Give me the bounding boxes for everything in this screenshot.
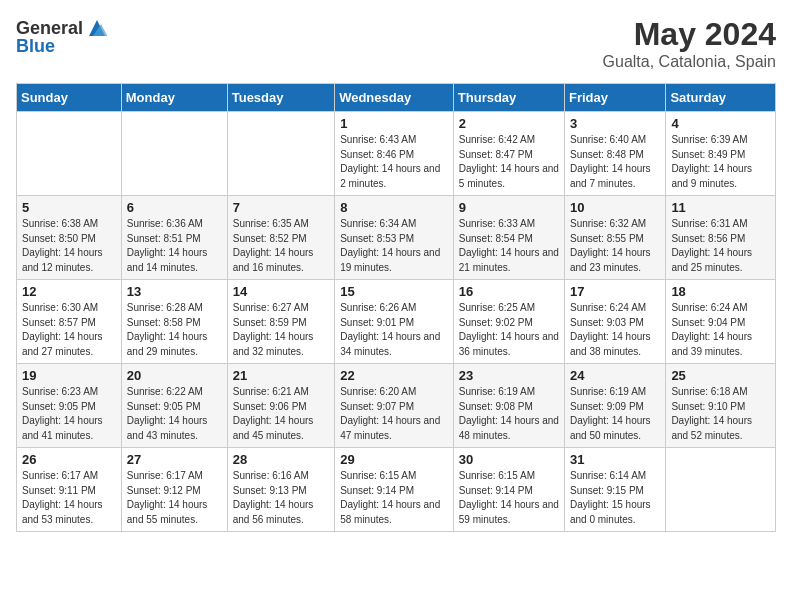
calendar-cell: 13Sunrise: 6:28 AMSunset: 8:58 PMDayligh… (121, 280, 227, 364)
calendar-cell: 15Sunrise: 6:26 AMSunset: 9:01 PMDayligh… (335, 280, 454, 364)
day-info: Sunrise: 6:26 AMSunset: 9:01 PMDaylight:… (340, 301, 448, 359)
weekday-header: Friday (564, 84, 665, 112)
day-info: Sunrise: 6:32 AMSunset: 8:55 PMDaylight:… (570, 217, 660, 275)
day-info: Sunrise: 6:34 AMSunset: 8:53 PMDaylight:… (340, 217, 448, 275)
day-number: 11 (671, 200, 770, 215)
weekday-header: Sunday (17, 84, 122, 112)
day-info: Sunrise: 6:43 AMSunset: 8:46 PMDaylight:… (340, 133, 448, 191)
day-info: Sunrise: 6:27 AMSunset: 8:59 PMDaylight:… (233, 301, 329, 359)
calendar-week-row: 19Sunrise: 6:23 AMSunset: 9:05 PMDayligh… (17, 364, 776, 448)
calendar-cell: 5Sunrise: 6:38 AMSunset: 8:50 PMDaylight… (17, 196, 122, 280)
calendar-cell: 12Sunrise: 6:30 AMSunset: 8:57 PMDayligh… (17, 280, 122, 364)
logo-icon (85, 16, 109, 40)
calendar-header-row: SundayMondayTuesdayWednesdayThursdayFrid… (17, 84, 776, 112)
calendar-cell: 14Sunrise: 6:27 AMSunset: 8:59 PMDayligh… (227, 280, 334, 364)
day-number: 3 (570, 116, 660, 131)
day-info: Sunrise: 6:33 AMSunset: 8:54 PMDaylight:… (459, 217, 559, 275)
day-number: 10 (570, 200, 660, 215)
day-number: 24 (570, 368, 660, 383)
day-number: 25 (671, 368, 770, 383)
calendar-cell: 29Sunrise: 6:15 AMSunset: 9:14 PMDayligh… (335, 448, 454, 532)
day-info: Sunrise: 6:38 AMSunset: 8:50 PMDaylight:… (22, 217, 116, 275)
page-header: General Blue May 2024 Gualta, Catalonia,… (16, 16, 776, 71)
day-info: Sunrise: 6:36 AMSunset: 8:51 PMDaylight:… (127, 217, 222, 275)
day-info: Sunrise: 6:16 AMSunset: 9:13 PMDaylight:… (233, 469, 329, 527)
day-number: 18 (671, 284, 770, 299)
month-year-title: May 2024 (603, 16, 776, 53)
day-info: Sunrise: 6:35 AMSunset: 8:52 PMDaylight:… (233, 217, 329, 275)
day-number: 6 (127, 200, 222, 215)
location-subtitle: Gualta, Catalonia, Spain (603, 53, 776, 71)
day-number: 14 (233, 284, 329, 299)
day-number: 17 (570, 284, 660, 299)
calendar-cell: 18Sunrise: 6:24 AMSunset: 9:04 PMDayligh… (666, 280, 776, 364)
day-number: 13 (127, 284, 222, 299)
day-number: 5 (22, 200, 116, 215)
day-info: Sunrise: 6:22 AMSunset: 9:05 PMDaylight:… (127, 385, 222, 443)
calendar-cell: 10Sunrise: 6:32 AMSunset: 8:55 PMDayligh… (564, 196, 665, 280)
day-number: 12 (22, 284, 116, 299)
calendar-week-row: 12Sunrise: 6:30 AMSunset: 8:57 PMDayligh… (17, 280, 776, 364)
day-info: Sunrise: 6:20 AMSunset: 9:07 PMDaylight:… (340, 385, 448, 443)
day-number: 23 (459, 368, 559, 383)
calendar-cell (121, 112, 227, 196)
calendar-cell: 3Sunrise: 6:40 AMSunset: 8:48 PMDaylight… (564, 112, 665, 196)
calendar-cell: 6Sunrise: 6:36 AMSunset: 8:51 PMDaylight… (121, 196, 227, 280)
calendar-cell: 7Sunrise: 6:35 AMSunset: 8:52 PMDaylight… (227, 196, 334, 280)
calendar-cell: 22Sunrise: 6:20 AMSunset: 9:07 PMDayligh… (335, 364, 454, 448)
day-number: 20 (127, 368, 222, 383)
calendar-cell: 2Sunrise: 6:42 AMSunset: 8:47 PMDaylight… (453, 112, 564, 196)
calendar-cell: 20Sunrise: 6:22 AMSunset: 9:05 PMDayligh… (121, 364, 227, 448)
calendar-cell: 30Sunrise: 6:15 AMSunset: 9:14 PMDayligh… (453, 448, 564, 532)
calendar-cell: 27Sunrise: 6:17 AMSunset: 9:12 PMDayligh… (121, 448, 227, 532)
day-number: 9 (459, 200, 559, 215)
calendar-cell: 26Sunrise: 6:17 AMSunset: 9:11 PMDayligh… (17, 448, 122, 532)
day-number: 30 (459, 452, 559, 467)
calendar-cell: 19Sunrise: 6:23 AMSunset: 9:05 PMDayligh… (17, 364, 122, 448)
day-info: Sunrise: 6:25 AMSunset: 9:02 PMDaylight:… (459, 301, 559, 359)
calendar-cell (227, 112, 334, 196)
calendar-cell (17, 112, 122, 196)
calendar-table: SundayMondayTuesdayWednesdayThursdayFrid… (16, 83, 776, 532)
calendar-cell: 28Sunrise: 6:16 AMSunset: 9:13 PMDayligh… (227, 448, 334, 532)
calendar-cell: 16Sunrise: 6:25 AMSunset: 9:02 PMDayligh… (453, 280, 564, 364)
day-info: Sunrise: 6:14 AMSunset: 9:15 PMDaylight:… (570, 469, 660, 527)
weekday-header: Saturday (666, 84, 776, 112)
day-info: Sunrise: 6:17 AMSunset: 9:12 PMDaylight:… (127, 469, 222, 527)
calendar-week-row: 1Sunrise: 6:43 AMSunset: 8:46 PMDaylight… (17, 112, 776, 196)
weekday-header: Thursday (453, 84, 564, 112)
title-section: May 2024 Gualta, Catalonia, Spain (603, 16, 776, 71)
calendar-cell: 21Sunrise: 6:21 AMSunset: 9:06 PMDayligh… (227, 364, 334, 448)
day-number: 4 (671, 116, 770, 131)
weekday-header: Wednesday (335, 84, 454, 112)
calendar-cell: 31Sunrise: 6:14 AMSunset: 9:15 PMDayligh… (564, 448, 665, 532)
day-info: Sunrise: 6:24 AMSunset: 9:03 PMDaylight:… (570, 301, 660, 359)
day-number: 31 (570, 452, 660, 467)
day-number: 27 (127, 452, 222, 467)
calendar-cell (666, 448, 776, 532)
day-info: Sunrise: 6:19 AMSunset: 9:08 PMDaylight:… (459, 385, 559, 443)
day-info: Sunrise: 6:17 AMSunset: 9:11 PMDaylight:… (22, 469, 116, 527)
day-info: Sunrise: 6:40 AMSunset: 8:48 PMDaylight:… (570, 133, 660, 191)
calendar-cell: 1Sunrise: 6:43 AMSunset: 8:46 PMDaylight… (335, 112, 454, 196)
calendar-cell: 25Sunrise: 6:18 AMSunset: 9:10 PMDayligh… (666, 364, 776, 448)
weekday-header: Monday (121, 84, 227, 112)
day-info: Sunrise: 6:42 AMSunset: 8:47 PMDaylight:… (459, 133, 559, 191)
calendar-cell: 9Sunrise: 6:33 AMSunset: 8:54 PMDaylight… (453, 196, 564, 280)
day-number: 28 (233, 452, 329, 467)
day-number: 1 (340, 116, 448, 131)
day-info: Sunrise: 6:24 AMSunset: 9:04 PMDaylight:… (671, 301, 770, 359)
day-info: Sunrise: 6:28 AMSunset: 8:58 PMDaylight:… (127, 301, 222, 359)
calendar-cell: 8Sunrise: 6:34 AMSunset: 8:53 PMDaylight… (335, 196, 454, 280)
day-number: 2 (459, 116, 559, 131)
day-info: Sunrise: 6:15 AMSunset: 9:14 PMDaylight:… (459, 469, 559, 527)
day-info: Sunrise: 6:18 AMSunset: 9:10 PMDaylight:… (671, 385, 770, 443)
day-number: 16 (459, 284, 559, 299)
day-number: 21 (233, 368, 329, 383)
day-info: Sunrise: 6:23 AMSunset: 9:05 PMDaylight:… (22, 385, 116, 443)
weekday-header: Tuesday (227, 84, 334, 112)
day-info: Sunrise: 6:30 AMSunset: 8:57 PMDaylight:… (22, 301, 116, 359)
calendar-cell: 23Sunrise: 6:19 AMSunset: 9:08 PMDayligh… (453, 364, 564, 448)
day-number: 22 (340, 368, 448, 383)
logo-blue: Blue (16, 36, 55, 57)
